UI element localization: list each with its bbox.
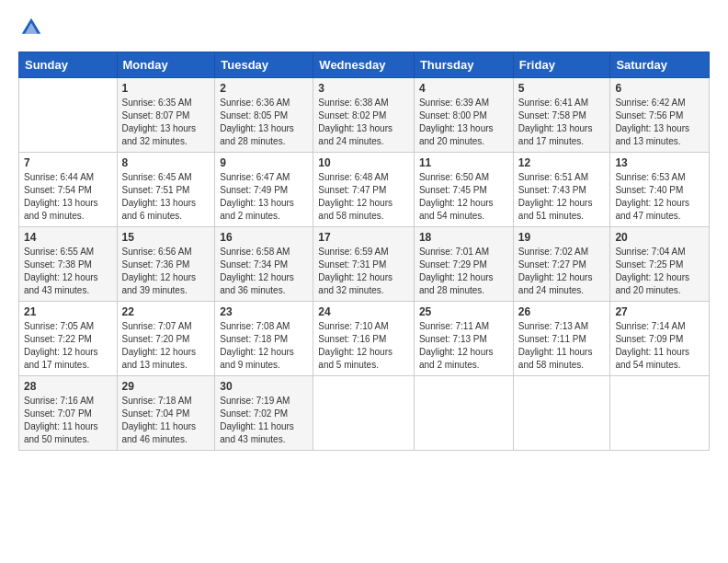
calendar-cell: 30Sunrise: 7:19 AM Sunset: 7:02 PM Dayli… [215,376,313,451]
day-number: 25 [419,305,508,318]
calendar-cell: 7Sunrise: 6:44 AM Sunset: 7:54 PM Daylig… [19,153,118,227]
day-of-week-header: Sunday [19,52,118,78]
calendar-cell: 14Sunrise: 6:55 AM Sunset: 7:38 PM Dayli… [19,227,118,302]
cell-info: Sunrise: 7:08 AM Sunset: 7:18 PM Dayligh… [220,320,308,372]
logo [18,17,46,42]
header [18,17,710,42]
calendar-header-row: SundayMondayTuesdayWednesdayThursdayFrid… [19,52,710,78]
day-number: 6 [615,82,704,95]
calendar-cell: 21Sunrise: 7:05 AM Sunset: 7:22 PM Dayli… [19,302,118,376]
day-number: 14 [24,231,112,244]
cell-info: Sunrise: 7:05 AM Sunset: 7:22 PM Dayligh… [24,320,112,372]
cell-info: Sunrise: 7:11 AM Sunset: 7:13 PM Dayligh… [419,320,508,372]
cell-info: Sunrise: 7:07 AM Sunset: 7:20 PM Dayligh… [122,320,210,372]
calendar-week-row: 7Sunrise: 6:44 AM Sunset: 7:54 PM Daylig… [19,153,710,227]
calendar-cell: 8Sunrise: 6:45 AM Sunset: 7:51 PM Daylig… [117,153,215,227]
calendar-cell [19,78,118,153]
day-number: 3 [318,82,409,95]
calendar-cell: 25Sunrise: 7:11 AM Sunset: 7:13 PM Dayli… [414,302,513,376]
calendar-cell: 29Sunrise: 7:18 AM Sunset: 7:04 PM Dayli… [117,376,215,451]
cell-info: Sunrise: 6:47 AM Sunset: 7:49 PM Dayligh… [220,171,308,223]
day-number: 27 [615,305,704,318]
day-of-week-header: Thursday [414,52,513,78]
day-number: 19 [518,231,606,244]
cell-info: Sunrise: 6:53 AM Sunset: 7:40 PM Dayligh… [615,171,704,223]
calendar-cell: 4Sunrise: 6:39 AM Sunset: 8:00 PM Daylig… [414,78,513,153]
calendar-cell: 26Sunrise: 7:13 AM Sunset: 7:11 PM Dayli… [513,302,610,376]
calendar-cell: 22Sunrise: 7:07 AM Sunset: 7:20 PM Dayli… [117,302,215,376]
day-of-week-header: Monday [117,52,215,78]
cell-info: Sunrise: 6:36 AM Sunset: 8:05 PM Dayligh… [220,97,308,148]
calendar-cell: 10Sunrise: 6:48 AM Sunset: 7:47 PM Dayli… [313,153,415,227]
day-number: 23 [220,305,308,318]
day-number: 22 [122,305,210,318]
cell-info: Sunrise: 6:39 AM Sunset: 8:00 PM Dayligh… [419,97,508,148]
cell-info: Sunrise: 6:48 AM Sunset: 7:47 PM Dayligh… [318,171,409,223]
day-number: 28 [24,380,112,393]
cell-info: Sunrise: 7:04 AM Sunset: 7:25 PM Dayligh… [615,246,704,297]
day-number: 12 [518,156,606,169]
cell-info: Sunrise: 6:42 AM Sunset: 7:56 PM Dayligh… [615,97,704,148]
cell-info: Sunrise: 7:02 AM Sunset: 7:27 PM Dayligh… [518,246,606,297]
logo-icon [20,17,42,39]
day-number: 18 [419,231,508,244]
cell-info: Sunrise: 7:19 AM Sunset: 7:02 PM Dayligh… [220,395,308,446]
cell-info: Sunrise: 6:45 AM Sunset: 7:51 PM Dayligh… [122,171,210,223]
calendar-cell: 23Sunrise: 7:08 AM Sunset: 7:18 PM Dayli… [215,302,313,376]
day-number: 8 [122,156,210,169]
calendar-cell: 19Sunrise: 7:02 AM Sunset: 7:27 PM Dayli… [513,227,610,302]
day-number: 2 [220,82,308,95]
cell-info: Sunrise: 7:16 AM Sunset: 7:07 PM Dayligh… [24,395,112,446]
cell-info: Sunrise: 6:44 AM Sunset: 7:54 PM Dayligh… [24,171,112,223]
day-number: 15 [122,231,210,244]
day-number: 9 [220,156,308,169]
cell-info: Sunrise: 6:51 AM Sunset: 7:43 PM Dayligh… [518,171,606,223]
cell-info: Sunrise: 6:50 AM Sunset: 7:45 PM Dayligh… [419,171,508,223]
cell-info: Sunrise: 6:55 AM Sunset: 7:38 PM Dayligh… [24,246,112,297]
day-number: 17 [318,231,409,244]
cell-info: Sunrise: 6:58 AM Sunset: 7:34 PM Dayligh… [220,246,308,297]
calendar-week-row: 28Sunrise: 7:16 AM Sunset: 7:07 PM Dayli… [19,376,710,451]
cell-info: Sunrise: 7:01 AM Sunset: 7:29 PM Dayligh… [419,246,508,297]
calendar-cell: 9Sunrise: 6:47 AM Sunset: 7:49 PM Daylig… [215,153,313,227]
cell-info: Sunrise: 7:18 AM Sunset: 7:04 PM Dayligh… [122,395,210,446]
calendar-cell: 1Sunrise: 6:35 AM Sunset: 8:07 PM Daylig… [117,78,215,153]
calendar-table: SundayMondayTuesdayWednesdayThursdayFrid… [18,52,710,451]
calendar-cell: 17Sunrise: 6:59 AM Sunset: 7:31 PM Dayli… [313,227,415,302]
calendar-cell: 2Sunrise: 6:36 AM Sunset: 8:05 PM Daylig… [215,78,313,153]
day-of-week-header: Tuesday [215,52,313,78]
cell-info: Sunrise: 6:59 AM Sunset: 7:31 PM Dayligh… [318,246,409,297]
day-number: 24 [318,305,409,318]
cell-info: Sunrise: 7:13 AM Sunset: 7:11 PM Dayligh… [518,320,606,372]
day-number: 13 [615,156,704,169]
day-number: 10 [318,156,409,169]
day-number: 7 [24,156,112,169]
calendar-cell [313,376,415,451]
calendar-cell: 16Sunrise: 6:58 AM Sunset: 7:34 PM Dayli… [215,227,313,302]
day-number: 20 [615,231,704,244]
calendar-cell [610,376,710,451]
day-number: 16 [220,231,308,244]
cell-info: Sunrise: 6:56 AM Sunset: 7:36 PM Dayligh… [122,246,210,297]
calendar-week-row: 14Sunrise: 6:55 AM Sunset: 7:38 PM Dayli… [19,227,710,302]
calendar-cell [513,376,610,451]
day-of-week-header: Saturday [610,52,710,78]
calendar-cell: 24Sunrise: 7:10 AM Sunset: 7:16 PM Dayli… [313,302,415,376]
cell-info: Sunrise: 7:14 AM Sunset: 7:09 PM Dayligh… [615,320,704,372]
day-number: 1 [122,82,210,95]
day-number: 4 [419,82,508,95]
calendar-cell: 20Sunrise: 7:04 AM Sunset: 7:25 PM Dayli… [610,227,710,302]
calendar-cell [414,376,513,451]
day-number: 5 [518,82,606,95]
calendar-cell: 12Sunrise: 6:51 AM Sunset: 7:43 PM Dayli… [513,153,610,227]
calendar-cell: 6Sunrise: 6:42 AM Sunset: 7:56 PM Daylig… [610,78,710,153]
calendar-cell: 3Sunrise: 6:38 AM Sunset: 8:02 PM Daylig… [313,78,415,153]
day-number: 29 [122,380,210,393]
cell-info: Sunrise: 6:35 AM Sunset: 8:07 PM Dayligh… [122,97,210,148]
calendar-cell: 11Sunrise: 6:50 AM Sunset: 7:45 PM Dayli… [414,153,513,227]
cell-info: Sunrise: 6:41 AM Sunset: 7:58 PM Dayligh… [518,97,606,148]
calendar-cell: 28Sunrise: 7:16 AM Sunset: 7:07 PM Dayli… [19,376,118,451]
day-number: 21 [24,305,112,318]
calendar-week-row: 21Sunrise: 7:05 AM Sunset: 7:22 PM Dayli… [19,302,710,376]
calendar-cell: 15Sunrise: 6:56 AM Sunset: 7:36 PM Dayli… [117,227,215,302]
